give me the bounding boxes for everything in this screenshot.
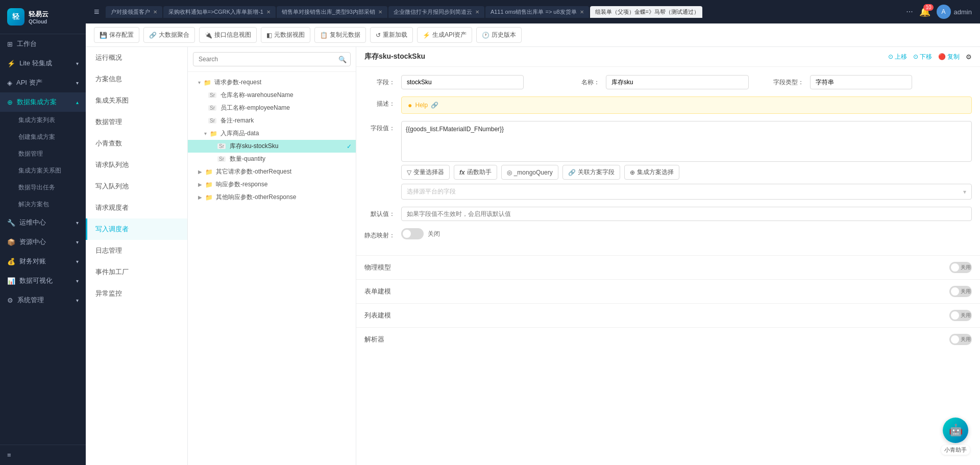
copy-meta-button[interactable]: 📋 复制元数据 bbox=[314, 27, 366, 43]
detail-panel: 库存sku-stockSku ⊙ 上移 ⊙ 下移 🔴 复制 ⚙ 字段： bbox=[356, 47, 980, 465]
tab-3[interactable]: 销售单对接销售出库_类型93内部采销 ✕ bbox=[277, 6, 387, 18]
side-panel-integration-map[interactable]: 集成关系图 bbox=[86, 90, 187, 111]
gen-api-button[interactable]: ⚡ 生成API资产 bbox=[417, 27, 472, 43]
tree-node-quantity[interactable]: Sr 数量-quantity bbox=[188, 153, 356, 165]
field-input[interactable] bbox=[401, 75, 524, 89]
tree-node-response[interactable]: ▶ 📁 响应参数-response bbox=[188, 178, 356, 191]
sidebar-item-finance[interactable]: 💰 财务对账 ▾ bbox=[0, 252, 86, 271]
source-platform-select[interactable]: 选择源平台的字段 ▾ bbox=[401, 184, 972, 200]
bulb-icon: ◎ bbox=[507, 169, 512, 176]
side-panel-event-factory[interactable]: 事件加工厂 bbox=[86, 261, 187, 283]
tab-2[interactable]: 采购收料通知单=>CGRK入库单新增-1 ✕ bbox=[163, 6, 276, 18]
lightning-icon: ⚡ bbox=[423, 32, 430, 39]
notification-area[interactable]: 🔔 10 bbox=[919, 6, 930, 17]
integration-select-button[interactable]: ⊕ 集成方案选择 bbox=[624, 165, 679, 180]
sidebar: 轻 轻易云 QCloud ⊞ 工作台 ⚡ Lite 轻集成 ▾ ◈ API 资产… bbox=[0, 0, 86, 465]
tab-5[interactable]: A111 oms销售出库单 => u8发货单 ✕ bbox=[485, 6, 589, 18]
more-tabs-icon[interactable]: ··· bbox=[906, 7, 913, 16]
sidebar-item-lite[interactable]: ⚡ Lite 轻集成 ▾ bbox=[0, 54, 86, 73]
content-area: 运行概况 方案信息 集成关系图 数据管理 小青查数 请求队列池 写入队列池 请求… bbox=[86, 47, 980, 465]
side-panel-request-queue[interactable]: 请求队列池 bbox=[86, 154, 187, 176]
tree-node-request-params[interactable]: ▾ 📁 请求参数-request bbox=[188, 76, 356, 89]
sidebar-collapse[interactable]: ≡ bbox=[0, 445, 86, 465]
form-build-toggle-label: 关用 bbox=[961, 288, 971, 295]
tab-close-icon[interactable]: ✕ bbox=[266, 9, 271, 15]
static-mapping-toggle[interactable] bbox=[401, 228, 424, 239]
tree-node-other-response[interactable]: ▶ 📁 其他响应参数-otherResponse bbox=[188, 191, 356, 204]
save-config-button[interactable]: 💾 保存配置 bbox=[94, 27, 139, 43]
detail-actions: ⊙ 上移 ⊙ 下移 🔴 复制 bbox=[888, 53, 960, 61]
side-panel-log-mgmt[interactable]: 日志管理 bbox=[86, 240, 187, 261]
history-button[interactable]: 🕐 历史版本 bbox=[476, 27, 522, 43]
sidebar-sub-create[interactable]: 创建集成方案 bbox=[0, 129, 86, 145]
side-panel-request-observer[interactable]: 请求观度者 bbox=[86, 197, 187, 218]
sidebar-sub-solution-pkg[interactable]: 解决方案包 bbox=[0, 196, 86, 213]
field-value-row: 字段值： {{goods_list.FMaterialID_FNumber}} … bbox=[364, 121, 972, 200]
sidebar-item-workbench[interactable]: ⊞ 工作台 bbox=[0, 34, 86, 54]
parser-toggle[interactable]: 关用 bbox=[949, 334, 972, 345]
tab-6[interactable]: 组装单（父项）金蝶=》马帮（测试通过） ✕ bbox=[590, 6, 702, 18]
down-button[interactable]: ⊙ 下移 bbox=[913, 53, 932, 61]
tree-node-remark[interactable]: Sr 备注-remark bbox=[188, 114, 356, 127]
sidebar-item-resource[interactable]: 📦 资源中心 ▾ bbox=[0, 232, 86, 252]
big-data-button[interactable]: 🔗 大数据聚合 bbox=[143, 27, 195, 43]
assistant-button[interactable]: 🤖 bbox=[943, 418, 968, 443]
folder-icon: 📁 bbox=[205, 181, 213, 188]
reload-button[interactable]: ↺ 重新加载 bbox=[370, 27, 413, 43]
sidebar-sub-export[interactable]: 数据导出任务 bbox=[0, 179, 86, 196]
tree-node-stock-sku[interactable]: Sr 库存sku-stockSku ✓ bbox=[188, 140, 356, 153]
menu-icon[interactable]: ≡ bbox=[94, 7, 100, 17]
relate-field-button[interactable]: 🔗 关联方案字段 bbox=[562, 165, 620, 180]
assistant-area: 🤖 小青助手 bbox=[941, 418, 970, 455]
plug-icon: 🔌 bbox=[205, 32, 212, 39]
tree-content: ▾ 📁 请求参数-request Sr 仓库名称-warehouseName S… bbox=[188, 72, 356, 465]
gear-icon[interactable]: ⚙ bbox=[966, 53, 972, 61]
sidebar-item-sysadmin[interactable]: ⚙ 系统管理 ▾ bbox=[0, 290, 86, 310]
sidebar-item-data-integration[interactable]: ⊕ 数据集成方案 ▴ bbox=[0, 92, 86, 112]
tree-node-employee-name[interactable]: Sr 员工名称-employeeName bbox=[188, 102, 356, 114]
field-value-area-wrap: {{goods_list.FMaterialID_FNumber}} ▽ 变量选… bbox=[401, 121, 972, 200]
sidebar-sub-data-mgmt[interactable]: 数据管理 bbox=[0, 145, 86, 162]
var-selector-button[interactable]: ▽ 变量选择器 bbox=[401, 165, 450, 180]
field-value-area[interactable]: {{goods_list.FMaterialID_FNumber}} bbox=[401, 121, 972, 162]
list-build-toggle[interactable]: 关用 bbox=[949, 310, 972, 321]
search-input[interactable] bbox=[193, 52, 351, 66]
physical-model-toggle[interactable]: 关用 bbox=[949, 262, 972, 273]
tab-4[interactable]: 企业微信打卡月报同步到简道云 ✕ bbox=[388, 6, 484, 18]
side-panel-write-queue[interactable]: 写入队列池 bbox=[86, 176, 187, 197]
tab-1[interactable]: 户对接领蛋客户 ✕ bbox=[106, 6, 162, 18]
up-button[interactable]: ⊙ 上移 bbox=[888, 53, 907, 61]
tab-close-icon[interactable]: ✕ bbox=[153, 9, 157, 15]
sidebar-sub-integration-list[interactable]: 集成方案列表 bbox=[0, 112, 86, 129]
app-name: 轻易云 QCloud bbox=[29, 10, 48, 25]
sysadmin-icon: ⚙ bbox=[7, 297, 13, 304]
tab-close-icon[interactable]: ✕ bbox=[475, 9, 479, 15]
side-panel-write-observer[interactable]: 写入调度者 bbox=[86, 218, 187, 240]
tree-node-instock-goods[interactable]: ▾ 📁 入库商品-data bbox=[188, 127, 356, 140]
side-panel-data-mgmt[interactable]: 数据管理 bbox=[86, 111, 187, 133]
mongo-query-button[interactable]: ◎ _mongoQuery bbox=[501, 165, 558, 180]
tab-close-icon[interactable]: ✕ bbox=[378, 9, 382, 15]
sidebar-item-api[interactable]: ◈ API 资产 ▾ bbox=[0, 73, 86, 92]
default-input[interactable] bbox=[401, 207, 972, 221]
sidebar-sub-relation-map[interactable]: 集成方案关系图 bbox=[0, 162, 86, 179]
app-logo: 轻 轻易云 QCloud bbox=[0, 0, 86, 34]
name-input[interactable] bbox=[606, 75, 749, 89]
side-panel-exception-monitor[interactable]: 异常监控 bbox=[86, 283, 187, 304]
tab-close-icon[interactable]: ✕ bbox=[580, 9, 584, 15]
sidebar-item-viz[interactable]: 📊 数据可视化 ▾ bbox=[0, 271, 86, 290]
meta-view-button[interactable]: ◧ 元数据视图 bbox=[261, 27, 310, 43]
sidebar-item-ops[interactable]: 🔧 运维中心 ▾ bbox=[0, 213, 86, 232]
form-build-toggle[interactable]: 关用 bbox=[949, 286, 972, 297]
interface-view-button[interactable]: 🔌 接口信息视图 bbox=[199, 27, 257, 43]
copy-button[interactable]: 🔴 复制 bbox=[938, 53, 960, 61]
tree-node-other-request[interactable]: ▶ 📁 其它请求参数-otherRequest bbox=[188, 165, 356, 178]
side-panel-xiao-query[interactable]: 小青查数 bbox=[86, 133, 187, 154]
type-select[interactable]: 字符串 bbox=[810, 75, 912, 89]
user-info[interactable]: A admin bbox=[937, 5, 972, 19]
side-panel-overview[interactable]: 运行概况 bbox=[86, 47, 187, 68]
detail-header-right: ⊙ 上移 ⊙ 下移 🔴 复制 ⚙ bbox=[888, 53, 972, 61]
side-panel-plan-info[interactable]: 方案信息 bbox=[86, 68, 187, 90]
func-helper-button[interactable]: fx 函数助手 bbox=[454, 165, 497, 180]
tree-node-warehouse-name[interactable]: Sr 仓库名称-warehouseName bbox=[188, 89, 356, 102]
